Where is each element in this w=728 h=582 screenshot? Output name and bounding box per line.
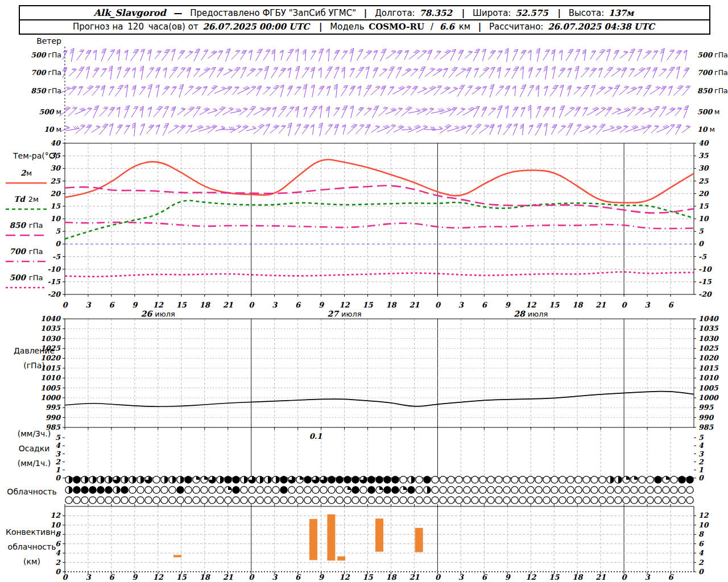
cloud-cover-icon: [432, 497, 439, 504]
wind-barbs-panel: 500гПа500гПа700гПа700гПа850гПа850гПа500м…: [31, 47, 727, 143]
cloud-cover-fill: [618, 476, 622, 483]
wind-barb-feather: [180, 127, 183, 127]
precip-axis-label-right: 2: [698, 458, 704, 466]
cloud-cover-icon: [583, 487, 590, 493]
wind-section-label: Ветер: [22, 36, 61, 45]
wind-barb-feather: [383, 49, 386, 49]
cloud-cover-icon: [607, 487, 614, 493]
wind-barb-feather: [447, 50, 450, 51]
wind-barb-feather: [165, 88, 168, 88]
convective-cloud-bar: [375, 518, 383, 551]
model-name: COSMO-RU: [369, 22, 424, 32]
wind-barb-feather: [461, 69, 465, 70]
cloud-cover-icon: [392, 476, 399, 483]
wind-barb-feather: [164, 108, 168, 109]
wind-barb-feather: [67, 107, 70, 108]
wind-barb-feather: [655, 126, 659, 126]
hour-tick-label: 6: [295, 301, 301, 309]
wind-barb-feather: [72, 69, 75, 70]
cloud-cover-icon: [280, 497, 287, 504]
wind-barb-feather: [383, 69, 387, 69]
cloud-cover-icon: [615, 497, 622, 504]
cloud-cover-icon: [440, 497, 446, 504]
wind-barb-feather: [462, 68, 466, 69]
wind-barb-feather: [257, 87, 260, 88]
cloud-cover-fill: [634, 476, 638, 480]
wind-barb-feather: [82, 124, 85, 126]
cloud-cover-icon: [233, 497, 239, 504]
wind-barb-feather: [359, 49, 363, 50]
pressure-axis-label-right: 1020: [698, 354, 719, 362]
wind-barb-feather: [530, 125, 533, 126]
wind-barb-feather: [437, 51, 441, 52]
cloud-cover-icon: [511, 476, 518, 483]
cloud-cover-icon: [89, 487, 96, 493]
cloud-cover-icon: [129, 497, 136, 504]
wind-barb-feather: [191, 107, 195, 108]
convective-label-1: Конвективн.: [3, 527, 60, 537]
wind-barb-feather: [273, 127, 276, 128]
wind-barb-feather: [640, 69, 644, 70]
wind-barb-feather: [190, 86, 193, 86]
wind-barb-feather: [288, 52, 291, 53]
cloud-cover-icon: [169, 497, 176, 504]
pressure-axis-label-left: 1000: [40, 393, 61, 402]
cloud-cover-icon: [424, 476, 431, 483]
temp-axis-label-right: 30: [698, 164, 709, 172]
wind-barb-feather: [521, 88, 524, 89]
convective-axis-label-right: 2: [698, 558, 704, 567]
cloud-cover-icon: [655, 487, 661, 493]
cloud-cover-panel: [65, 476, 694, 506]
cloud-cover-icon: [217, 487, 224, 493]
hour-tick-label: 21: [223, 573, 233, 581]
wind-barb-feather: [476, 88, 479, 89]
forecast-run-time: 26.07.2025 00:00 UTC: [202, 22, 309, 32]
cloud-cover-icon: [479, 497, 486, 504]
convective-axis-label-left: 12: [51, 511, 61, 519]
wind-barb-feather: [164, 89, 167, 89]
cloud-cover-icon: [416, 476, 423, 483]
wind-barb-feather: [188, 52, 192, 53]
wind-barb-feather: [334, 86, 337, 88]
cloud-cover-icon: [320, 497, 327, 504]
wind-barb-feather: [384, 107, 388, 107]
wind-barb-feather: [476, 106, 479, 107]
wind-barb-feather: [577, 88, 580, 88]
temp-axis-label-right: 5: [698, 227, 704, 235]
wind-barb-feather: [73, 86, 76, 87]
cloud-cover-icon: [320, 487, 327, 493]
wind-barb-feather: [584, 109, 587, 109]
wind-barb-feather: [506, 86, 510, 86]
wind-barb-feather: [252, 106, 255, 107]
wind-barb-feather: [500, 86, 503, 86]
cloud-cover-icon: [599, 497, 606, 504]
wind-barb-feather: [368, 108, 371, 109]
cloud-cover-fill: [69, 476, 72, 483]
wind-barb-feather: [274, 87, 278, 88]
wind-barb-feather: [544, 68, 547, 69]
wind-barb-feather: [237, 67, 240, 68]
wind-barb-feather: [663, 126, 666, 128]
wind-barb-feather: [423, 50, 427, 51]
cloud-cover-icon: [671, 487, 677, 493]
wind-barb-feather: [482, 88, 486, 88]
wind-barb-feather: [245, 87, 248, 89]
wind-barb-feather: [398, 88, 402, 89]
cloud-cover-icon: [671, 476, 677, 483]
wind-barb-feather: [132, 124, 135, 126]
precip-3h-label: (мм/3ч.): [9, 429, 59, 438]
temp-axis-label-left: -10: [47, 265, 61, 273]
wind-barb-feather: [181, 109, 184, 110]
wind-barb-feather: [273, 88, 276, 89]
temp-curve-500гПа: [65, 272, 694, 276]
wind-barb-feather: [267, 87, 270, 88]
wind-barb-feather: [568, 127, 571, 127]
cloud-cover-icon: [384, 487, 391, 493]
wind-barb-feather: [617, 69, 620, 70]
wind-barb-feather: [229, 86, 232, 87]
wind-barb-feather: [444, 68, 448, 69]
pressure-axis-label-left: 995: [46, 403, 61, 411]
wind-barb-feather: [415, 51, 418, 52]
cloud-cover-icon: [241, 487, 247, 493]
wind-barb-feather: [599, 52, 603, 53]
